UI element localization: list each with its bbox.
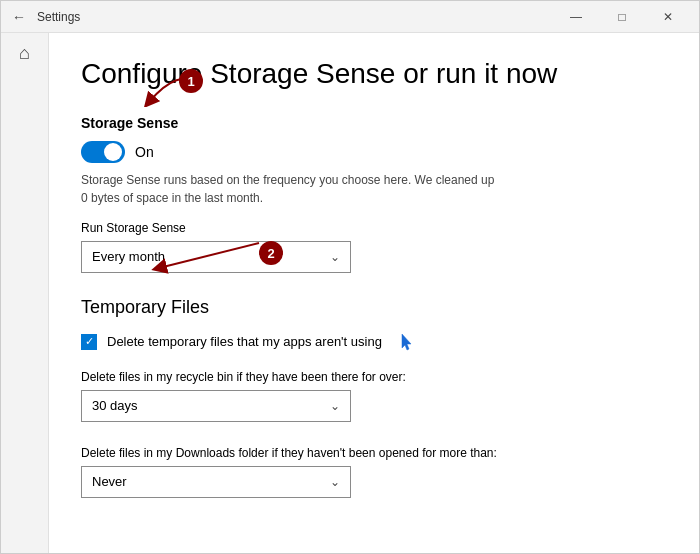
dropdown-value: Every month [92, 249, 165, 264]
chevron-down-icon-3: ⌄ [330, 475, 340, 489]
sidebar: ⌂ [1, 33, 49, 553]
checkmark-icon: ✓ [85, 336, 94, 347]
cursor-icon [400, 332, 414, 352]
toggle-row: On [81, 141, 667, 163]
toggle-label: On [135, 144, 154, 160]
content-area: ⌂ 1 2 [1, 33, 699, 553]
downloads-label: Delete files in my Downloads folder if t… [81, 446, 667, 460]
downloads-value: Never [92, 474, 127, 489]
home-icon[interactable]: ⌂ [19, 43, 30, 64]
delete-temp-label: Delete temporary files that my apps aren… [107, 334, 382, 349]
storage-sense-title: Storage Sense [81, 115, 667, 131]
temporary-files-title: Temporary Files [81, 297, 667, 318]
storage-sense-section: Storage Sense On Storage Sense runs base… [81, 115, 667, 273]
close-button[interactable]: ✕ [645, 1, 691, 33]
storage-sense-toggle[interactable] [81, 141, 125, 163]
temporary-files-section: Temporary Files ✓ Delete temporary files… [81, 297, 667, 498]
recycle-bin-dropdown[interactable]: 30 days ⌄ [81, 390, 351, 422]
maximize-button[interactable]: □ [599, 1, 645, 33]
annotation-badge-1: 1 [179, 69, 203, 93]
minimize-button[interactable]: — [553, 1, 599, 33]
chevron-down-icon-2: ⌄ [330, 399, 340, 413]
titlebar-title: Settings [37, 10, 80, 24]
run-storage-sense-label: Run Storage Sense [81, 221, 667, 235]
storage-sense-description: Storage Sense runs based on the frequenc… [81, 171, 501, 207]
annotation-badge-2: 2 [259, 241, 283, 265]
titlebar-left: ← Settings [9, 7, 80, 27]
back-button[interactable]: ← [9, 7, 29, 27]
page-title: Configure Storage Sense or run it now [81, 57, 667, 91]
titlebar: ← Settings — □ ✕ [1, 1, 699, 33]
main-content: 1 2 Configure Storage Sense or ru [49, 33, 699, 553]
titlebar-controls: — □ ✕ [553, 1, 691, 33]
downloads-dropdown[interactable]: Never ⌄ [81, 466, 351, 498]
recycle-bin-value: 30 days [92, 398, 138, 413]
delete-temp-checkbox[interactable]: ✓ [81, 334, 97, 350]
delete-temp-files-row: ✓ Delete temporary files that my apps ar… [81, 332, 667, 352]
recycle-bin-label: Delete files in my recycle bin if they h… [81, 370, 667, 384]
run-storage-sense-dropdown[interactable]: Every month ⌄ [81, 241, 351, 273]
chevron-down-icon: ⌄ [330, 250, 340, 264]
